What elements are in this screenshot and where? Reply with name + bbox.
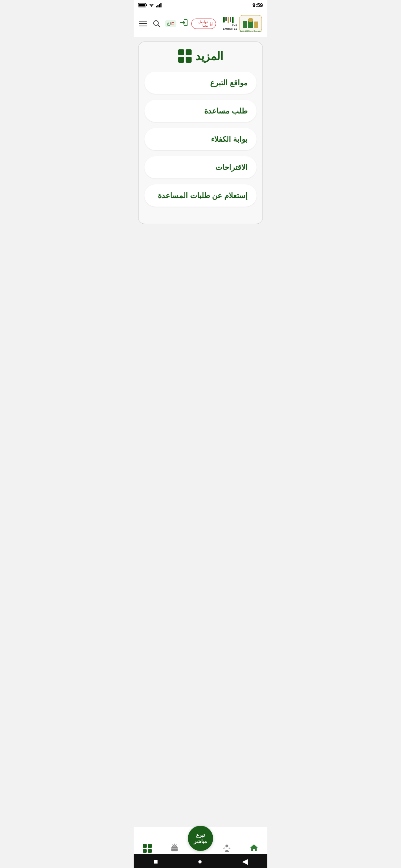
grid-cell-4 xyxy=(178,57,184,63)
more-card: المزيد مواقع التبرع طلب مساعدة بوابة الك… xyxy=(138,42,263,224)
menu-button[interactable] xyxy=(137,19,149,28)
grid-cell-2 xyxy=(178,49,184,55)
svg-point-11 xyxy=(248,18,253,22)
svg-text:Beit Al Khair Society: Beit Al Khair Society xyxy=(240,30,262,32)
tawasol-button[interactable]: تواصل معنا xyxy=(191,19,216,29)
menu-item-label: بوابة الكفلاء xyxy=(211,135,248,143)
menu-item-request-help[interactable]: طلب مساعدة xyxy=(144,100,257,122)
beit-al-khair-logo: Beit Al Khair Society xyxy=(238,13,264,34)
menu-line-3 xyxy=(139,26,147,27)
status-icons xyxy=(138,3,162,7)
main-content: المزيد مواقع التبرع طلب مساعدة بوابة الك… xyxy=(134,37,267,228)
login-icon xyxy=(179,18,188,27)
emirates-text: THE EMIRATES xyxy=(219,24,238,30)
svg-line-14 xyxy=(158,25,160,27)
grid-cell-1 xyxy=(186,49,192,55)
header: Beit Al Khair Society THE EMIRATES تواصل… xyxy=(134,10,267,37)
phone-icon xyxy=(209,21,213,26)
menu-item-inquire-requests[interactable]: إستعلام عن طلبات المساعدة xyxy=(144,184,257,207)
svg-rect-0 xyxy=(156,6,157,7)
status-time: 9:59 xyxy=(252,2,263,8)
svg-rect-6 xyxy=(139,4,145,7)
login-button[interactable] xyxy=(179,18,188,29)
svg-rect-5 xyxy=(146,4,147,6)
menu-item-label: إستعلام عن طلبات المساعدة xyxy=(158,191,248,200)
wifi-icon xyxy=(149,3,154,7)
svg-rect-1 xyxy=(157,5,159,7)
menu-item-suggestions[interactable]: الاقتراحات xyxy=(144,156,257,178)
page-title: المزيد xyxy=(195,50,223,63)
grid-icon xyxy=(178,49,192,63)
signal-icon xyxy=(156,3,162,7)
tawasol-text: تواصل معنا xyxy=(194,20,208,27)
grid-cell-3 xyxy=(186,57,192,63)
menu-line-2 xyxy=(139,23,147,24)
translate-label: E xyxy=(171,22,174,26)
status-bar: 9:59 xyxy=(134,0,267,10)
menu-line-1 xyxy=(139,21,147,22)
translate-ar: ع xyxy=(167,21,170,26)
emirates-logo: THE EMIRATES xyxy=(219,17,238,30)
header-icons: THE EMIRATES تواصل معنا E / ع xyxy=(137,17,238,30)
svg-rect-10 xyxy=(254,22,258,28)
svg-rect-8 xyxy=(243,21,247,28)
logo: Beit Al Khair Society xyxy=(238,13,264,34)
menu-item-label: الاقتراحات xyxy=(215,163,248,171)
svg-rect-2 xyxy=(159,4,160,7)
translate-button[interactable]: E / ع xyxy=(165,20,176,27)
search-icon xyxy=(153,20,161,28)
menu-item-donation-locations[interactable]: مواقع التبرع xyxy=(144,72,257,94)
menu-item-label: مواقع التبرع xyxy=(210,79,248,87)
battery-icon xyxy=(138,3,147,7)
search-button[interactable] xyxy=(151,18,162,30)
menu-item-label: طلب مساعدة xyxy=(204,107,248,115)
translate-separator: / xyxy=(170,22,171,26)
page-title-row: المزيد xyxy=(144,49,257,63)
svg-rect-3 xyxy=(160,3,162,7)
menu-item-sponsors-portal[interactable]: بوابة الكفلاء xyxy=(144,128,257,150)
